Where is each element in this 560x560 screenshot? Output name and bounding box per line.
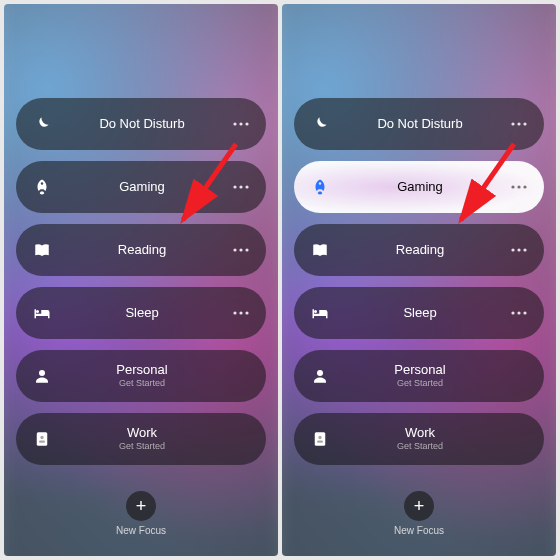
focus-row-title: Do Not Disturb: [377, 117, 462, 131]
svg-point-0: [233, 122, 236, 125]
focus-row-text: Sleep: [54, 306, 230, 320]
svg-point-26: [511, 311, 514, 314]
svg-point-10: [239, 311, 242, 314]
focus-row-personal[interactable]: Personal Get Started: [294, 350, 544, 402]
ellipsis-icon[interactable]: [230, 185, 252, 189]
focus-row-title: Gaming: [119, 180, 165, 194]
panel-footer: + New Focus: [394, 491, 444, 536]
focus-list: Do Not Disturb Gaming Reading Sleep: [294, 98, 544, 465]
moon-icon: [30, 112, 54, 136]
focus-row-title: Do Not Disturb: [99, 117, 184, 131]
book-icon: [308, 238, 332, 262]
svg-rect-15: [39, 441, 45, 443]
svg-point-14: [40, 436, 43, 439]
svg-point-4: [239, 185, 242, 188]
svg-point-1: [239, 122, 242, 125]
svg-point-19: [523, 122, 526, 125]
focus-row-title: Reading: [118, 243, 166, 257]
ellipsis-icon[interactable]: [508, 248, 530, 252]
new-focus-button[interactable]: +: [404, 491, 434, 521]
focus-row-title: Personal: [394, 363, 445, 377]
ellipsis-icon[interactable]: [230, 248, 252, 252]
panel-footer: + New Focus: [116, 491, 166, 536]
svg-point-21: [517, 185, 520, 188]
rocket-icon: [308, 175, 332, 199]
new-focus-button[interactable]: +: [126, 491, 156, 521]
focus-row-text: Gaming: [332, 180, 508, 194]
svg-point-17: [511, 122, 514, 125]
focus-row-title: Gaming: [397, 180, 443, 194]
focus-row-subtitle: Get Started: [119, 379, 165, 389]
focus-row-subtitle: Get Started: [119, 442, 165, 452]
badge-icon: [30, 427, 54, 451]
focus-row-text: Reading: [332, 243, 508, 257]
ellipsis-icon[interactable]: [508, 311, 530, 315]
focus-row-work[interactable]: Work Get Started: [16, 413, 266, 465]
focus-row-text: Do Not Disturb: [332, 117, 508, 131]
focus-row-sleep[interactable]: Sleep: [294, 287, 544, 339]
svg-point-24: [517, 248, 520, 251]
person-icon: [308, 364, 332, 388]
new-focus-label: New Focus: [394, 525, 444, 536]
focus-row-text: Do Not Disturb: [54, 117, 230, 131]
svg-point-6: [233, 248, 236, 251]
focus-row-work[interactable]: Work Get Started: [294, 413, 544, 465]
focus-row-reading[interactable]: Reading: [294, 224, 544, 276]
rocket-icon: [30, 175, 54, 199]
svg-point-25: [523, 248, 526, 251]
svg-point-22: [523, 185, 526, 188]
bed-icon: [30, 301, 54, 325]
svg-point-18: [517, 122, 520, 125]
bed-icon: [308, 301, 332, 325]
svg-point-29: [317, 370, 323, 376]
ellipsis-icon[interactable]: [508, 185, 530, 189]
focus-row-text: Reading: [54, 243, 230, 257]
svg-point-27: [517, 311, 520, 314]
focus-row-gaming[interactable]: Gaming: [16, 161, 266, 213]
focus-row-title: Sleep: [125, 306, 158, 320]
focus-row-reading[interactable]: Reading: [16, 224, 266, 276]
focus-panel-right: Do Not Disturb Gaming Reading Sleep: [282, 4, 556, 556]
focus-panel-left: Do Not Disturb Gaming Reading Sleep: [4, 4, 278, 556]
svg-point-28: [523, 311, 526, 314]
svg-rect-32: [317, 441, 323, 443]
focus-row-text: Work Get Started: [332, 426, 508, 451]
focus-row-title: Work: [127, 426, 157, 440]
focus-row-text: Personal Get Started: [332, 363, 508, 388]
svg-point-9: [233, 311, 236, 314]
svg-point-3: [233, 185, 236, 188]
svg-point-11: [245, 311, 248, 314]
focus-row-title: Work: [405, 426, 435, 440]
focus-row-text: Personal Get Started: [54, 363, 230, 388]
svg-point-23: [511, 248, 514, 251]
svg-point-8: [245, 248, 248, 251]
focus-row-do-not-disturb[interactable]: Do Not Disturb: [294, 98, 544, 150]
svg-point-5: [245, 185, 248, 188]
ellipsis-icon[interactable]: [508, 122, 530, 126]
focus-row-title: Personal: [116, 363, 167, 377]
new-focus-label: New Focus: [116, 525, 166, 536]
focus-row-title: Sleep: [403, 306, 436, 320]
focus-row-text: Sleep: [332, 306, 508, 320]
focus-row-subtitle: Get Started: [397, 379, 443, 389]
svg-point-20: [511, 185, 514, 188]
person-icon: [30, 364, 54, 388]
book-icon: [30, 238, 54, 262]
focus-row-title: Reading: [396, 243, 444, 257]
focus-row-text: Gaming: [54, 180, 230, 194]
badge-icon: [308, 427, 332, 451]
focus-row-personal[interactable]: Personal Get Started: [16, 350, 266, 402]
svg-point-7: [239, 248, 242, 251]
focus-row-do-not-disturb[interactable]: Do Not Disturb: [16, 98, 266, 150]
svg-point-2: [245, 122, 248, 125]
focus-list: Do Not Disturb Gaming Reading Sleep: [16, 98, 266, 465]
focus-row-subtitle: Get Started: [397, 442, 443, 452]
ellipsis-icon[interactable]: [230, 122, 252, 126]
focus-row-text: Work Get Started: [54, 426, 230, 451]
moon-icon: [308, 112, 332, 136]
svg-point-31: [318, 436, 321, 439]
focus-row-gaming[interactable]: Gaming: [294, 161, 544, 213]
focus-row-sleep[interactable]: Sleep: [16, 287, 266, 339]
svg-point-12: [39, 370, 45, 376]
ellipsis-icon[interactable]: [230, 311, 252, 315]
